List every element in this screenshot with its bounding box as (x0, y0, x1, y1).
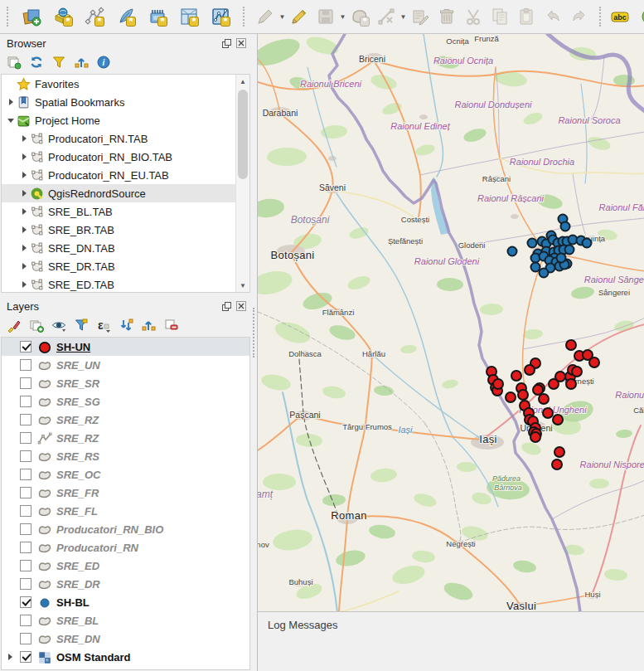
layers-add-group-button[interactable] (28, 317, 45, 333)
layer-visibility-checkbox[interactable] (20, 414, 31, 425)
layer-visibility-checkbox[interactable] (20, 596, 31, 608)
layer-row-sre-oc[interactable]: SRE_OC (2, 465, 249, 484)
layer-row-sre-dr[interactable]: SRE_DR (2, 575, 249, 593)
scroll-down-button[interactable]: ▼ (236, 279, 249, 292)
expander-collapsed-icon[interactable] (18, 153, 30, 160)
expander-collapsed-icon[interactable] (18, 263, 30, 270)
expander-collapsed-icon[interactable] (18, 281, 30, 288)
expander-collapsed-icon[interactable] (18, 190, 30, 197)
scrollbar-thumb[interactable] (238, 90, 248, 179)
layer-visibility-checkbox[interactable] (20, 396, 31, 407)
layer-visibility-checkbox[interactable] (20, 341, 31, 353)
log-messages-panel[interactable]: Log Messages (257, 611, 644, 671)
expander-expanded-icon[interactable] (5, 119, 17, 123)
layer-labeling-button[interactable]: abc (608, 5, 632, 28)
layer-visibility-checkbox[interactable] (20, 633, 31, 644)
layers-float-button[interactable] (220, 300, 233, 313)
browser-item-spatial-bookmarks[interactable]: Spatial Bookmarks (2, 93, 249, 111)
modify-attributes-button[interactable] (409, 5, 432, 28)
new-geopackage-layer-button[interactable]: * (51, 5, 75, 28)
redo-button[interactable] (568, 5, 591, 28)
layers-filter-by-expression-button[interactable]: ε (95, 317, 112, 333)
layer-row-sh-bl[interactable]: SH-BL (2, 593, 249, 611)
layer-row-sre-fr[interactable]: SRE_FR (2, 484, 249, 502)
layer-row-sre-dn[interactable]: SRE_DN (2, 630, 249, 648)
toolbar-drag-handle[interactable] (599, 7, 603, 27)
expander-collapsed-icon[interactable] (18, 208, 30, 215)
vertex-tool-dropdown[interactable]: ▼ (399, 13, 407, 21)
layers-manage-map-themes-button[interactable] (51, 317, 67, 333)
toggle-editing-button[interactable] (288, 5, 311, 28)
toolbar-drag-handle[interactable] (243, 7, 247, 27)
copy-features-button[interactable] (488, 5, 511, 28)
expander-collapsed-icon[interactable] (18, 226, 30, 233)
new-spatialite-layer-button[interactable]: * (114, 5, 138, 28)
layer-visibility-checkbox[interactable] (20, 651, 31, 663)
new-mesh-layer-button[interactable]: * (209, 5, 232, 28)
layer-row-sre-fl[interactable]: SRE_FL (2, 502, 249, 520)
paste-features-button[interactable] (515, 5, 538, 28)
browser-properties-button[interactable]: i (95, 54, 112, 71)
data-source-manager-button[interactable] (20, 5, 43, 28)
new-virtual-layer-button[interactable]: * (177, 5, 201, 28)
layers-expand-all-button[interactable] (118, 317, 134, 333)
browser-collapse-all-button[interactable] (73, 54, 90, 71)
layer-row-sre-rz[interactable]: SRE_RZ (2, 429, 249, 447)
layer-row-sre-rs[interactable]: SRE_RS (2, 447, 249, 465)
browser-add-selected-layers-button[interactable] (6, 54, 22, 71)
browser-item-project-home[interactable]: Project Home (2, 111, 249, 129)
layers-collapse-all-button[interactable] (140, 317, 157, 333)
layer-row-sre-sg[interactable]: SRE_SG (2, 392, 249, 411)
layers-remove-layer-button[interactable] (162, 317, 179, 333)
save-layer-edits-dropdown[interactable]: ▼ (339, 13, 346, 21)
layer-visibility-checkbox[interactable] (20, 523, 31, 535)
layer-row-producatori-rn-bio[interactable]: Producatori_RN_BIO (2, 520, 249, 538)
layer-visibility-checkbox[interactable] (20, 578, 31, 590)
browser-item-sre-dr-tab[interactable]: SRE_DR.TAB (2, 257, 249, 275)
save-layer-edits-button[interactable] (314, 5, 337, 28)
layer-visibility-checkbox[interactable] (20, 377, 31, 389)
browser-item-sre-dn-tab[interactable]: SRE_DN.TAB (2, 239, 249, 257)
layer-row-sh-un[interactable]: SH-UN (2, 338, 249, 356)
expander-collapsed-icon[interactable] (5, 654, 15, 660)
layer-row-sre-rz[interactable]: SRE_RZ (2, 411, 249, 429)
undo-button[interactable] (541, 5, 564, 28)
browser-item-sre-bl-tab[interactable]: SRE_BL.TAB (2, 202, 249, 221)
current-edits-dropdown[interactable]: ▼ (278, 13, 286, 21)
browser-filter-browser-button[interactable] (51, 54, 67, 71)
scroll-up-button[interactable]: ▲ (236, 75, 249, 88)
layer-visibility-checkbox[interactable] (20, 359, 31, 371)
expander-collapsed-icon[interactable] (18, 172, 30, 178)
layers-open-layer-styling-button[interactable] (6, 317, 22, 333)
layer-visibility-checkbox[interactable] (20, 487, 31, 498)
browser-item-producatori-rn-eu-tab[interactable]: Producatori_RN_EU.TAB (2, 166, 249, 184)
layer-visibility-checkbox[interactable] (20, 560, 31, 571)
browser-item-favorites[interactable]: Favorites (2, 75, 249, 93)
browser-item-qgisrednordsource[interactable]: QgisRednordSource (2, 184, 249, 202)
layer-visibility-checkbox[interactable] (20, 615, 31, 626)
layer-visibility-checkbox[interactable] (20, 542, 31, 553)
new-temporary-scratch-layer-button[interactable]: * (146, 5, 169, 28)
layer-row-sre-ed[interactable]: SRE_ED (2, 557, 249, 575)
browser-float-button[interactable] (220, 37, 233, 50)
browser-close-button[interactable] (235, 37, 248, 50)
delete-selected-button[interactable] (435, 5, 458, 28)
browser-refresh-button[interactable] (28, 54, 45, 71)
add-polygon-feature-button[interactable]: * (348, 5, 371, 28)
expander-collapsed-icon[interactable] (18, 245, 30, 251)
layer-visibility-checkbox[interactable] (20, 432, 31, 444)
layer-row-sre-sr[interactable]: SRE_SR (2, 374, 249, 392)
layer-row-sre-un[interactable]: SRE_UN (2, 356, 249, 374)
toolbar-drag-handle[interactable] (7, 7, 11, 27)
map-canvas[interactable]: OcnițaFrunzăBriceniRaionul BriceniRaionu… (257, 34, 644, 611)
layer-labeling-options-button[interactable] (632, 5, 644, 28)
browser-item-sre-ed-tab[interactable]: SRE_ED.TAB (2, 275, 249, 293)
panel-splitter-vertical[interactable] (251, 34, 257, 671)
browser-item-producatori-rn-tab[interactable]: Producatori_RN.TAB (2, 129, 249, 148)
layer-visibility-checkbox[interactable] (20, 469, 31, 480)
layers-filter-legend-button[interactable] (73, 317, 90, 333)
new-shapefile-layer-button[interactable]: * (83, 5, 106, 28)
layers-close-button[interactable] (235, 300, 248, 313)
browser-item-producatori-rn-bio-tab[interactable]: Producatori_RN_BIO.TAB (2, 148, 249, 166)
browser-scrollbar[interactable]: ▲ ▼ (235, 75, 249, 292)
